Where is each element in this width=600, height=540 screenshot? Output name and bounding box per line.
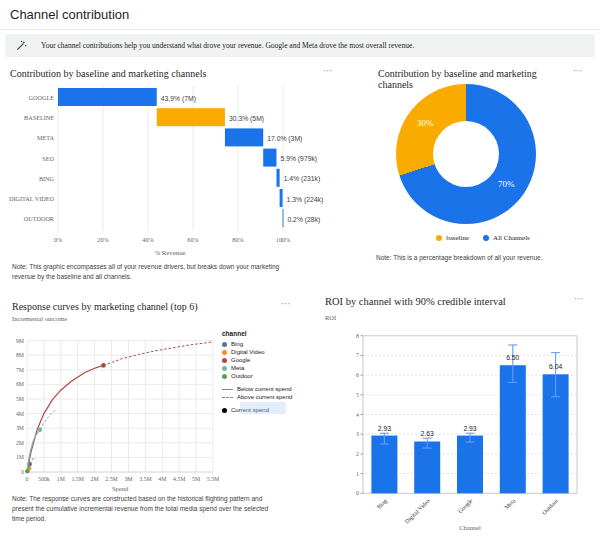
donut-hole <box>433 121 499 187</box>
waterfall-more-menu[interactable]: ⋯ <box>323 68 334 74</box>
current-spend-point-google[interactable] <box>101 363 106 368</box>
current-spend-dot-icon <box>222 408 227 413</box>
x-tick-label: 1M <box>57 476 65 482</box>
bar-value-label: 1.4% (231k) <box>284 175 321 183</box>
legend-item[interactable]: Google <box>222 356 302 364</box>
category-label: DIGITAL VIDEO <box>9 195 55 202</box>
waterfall-bar[interactable] <box>225 128 263 146</box>
x-tick-label: 2M <box>91 476 99 482</box>
solid-line-icon <box>222 389 233 390</box>
insight-text: Your channel contributions help you unde… <box>41 41 414 50</box>
y-tick-label: 4M <box>16 411 24 417</box>
x-tick-label: 1.5M <box>72 476 84 482</box>
bar-value-label: 6.04 <box>549 363 562 370</box>
category-label: GOOGLE <box>29 94 55 101</box>
bar-value-label: 43.9% (7M) <box>161 95 196 103</box>
response-curves-ylabel: Incremental outcome <box>12 315 67 322</box>
x-tick-label: 60% <box>187 236 198 243</box>
bar-value-label: 1.3% (224k) <box>287 196 324 204</box>
y-tick-label: 1 <box>356 471 359 477</box>
y-tick-label: 3 <box>356 431 359 437</box>
legend-item[interactable]: Digital Video <box>222 348 302 356</box>
y-tick-label: 4 <box>356 412 359 418</box>
waterfall-chart: 0%20%40%60%80%100%GOOGLE43.9% (7M)BASELI… <box>8 85 342 261</box>
donut-chart[interactable]: 30% 70% <box>396 84 536 224</box>
current-spend-point-meta[interactable] <box>38 427 43 432</box>
dashed-line-icon <box>222 397 233 398</box>
x-tick-label: 4.5M <box>173 476 185 482</box>
y-tick-label: 1M <box>16 454 24 460</box>
category-label: OUTDOOR <box>24 215 55 222</box>
legend-label: Above current spend <box>237 394 292 400</box>
y-tick-label: 6 <box>356 372 359 378</box>
legend-label: All Channels <box>493 234 530 242</box>
x-tick-label: 4M <box>158 476 166 482</box>
y-tick-label: 2 <box>356 451 359 457</box>
legend-label: Below current spend <box>237 386 292 392</box>
legend-item: Above current spend <box>222 393 302 401</box>
x-tick-label: 40% <box>142 236 153 243</box>
bar-value-label: 2.63 <box>421 430 434 437</box>
y-tick-label: 8 <box>356 333 359 339</box>
legend-dot-icon <box>222 350 227 355</box>
legend-dot-icon <box>436 235 442 241</box>
waterfall-bar[interactable] <box>263 149 276 167</box>
legend-dot-icon <box>222 342 227 347</box>
waterfall-bar[interactable] <box>283 209 284 227</box>
x-tick-label: 80% <box>232 236 243 243</box>
roi-bar[interactable] <box>414 441 440 493</box>
legend-item[interactable]: Meta <box>222 364 302 372</box>
roi-more-menu[interactable]: ⋯ <box>574 296 585 302</box>
category-label: BASELINE <box>24 114 54 121</box>
legend-label: baseline <box>446 234 469 242</box>
legend-label: Bing <box>231 341 243 347</box>
waterfall-bar[interactable] <box>280 189 283 207</box>
curve-meta-dashed[interactable] <box>40 409 57 430</box>
waterfall-bar[interactable] <box>157 108 225 126</box>
waterfall-bar[interactable] <box>58 88 157 106</box>
legend-item[interactable]: Bing <box>222 340 302 348</box>
x-tick-label: 100% <box>276 236 290 243</box>
y-tick-label: 5M <box>16 396 24 402</box>
bar-value-label: 6.50 <box>506 354 519 361</box>
x-axis-title: % Revenue <box>154 249 185 256</box>
x-axis-title: Channel <box>459 524 481 531</box>
roi-bar[interactable] <box>457 436 483 494</box>
x-axis-title: Spend <box>112 485 129 492</box>
x-tick-label: 3M <box>124 476 132 482</box>
y-tick-label: 8M <box>16 352 24 358</box>
legend-dot-icon <box>222 358 227 363</box>
legend-title: channel <box>222 330 302 337</box>
response-curves-title: Response curves by marketing channel (to… <box>12 301 198 312</box>
page-title: Channel contribution <box>10 7 129 22</box>
y-tick-label: 7M <box>16 367 24 373</box>
curve-google-solid[interactable] <box>27 365 103 472</box>
donut-slice-label-all-channels: 70% <box>498 179 515 189</box>
legend-item: Below current spend <box>222 385 302 393</box>
donut-legend-item[interactable]: baseline <box>436 234 469 242</box>
current-spend-point-outdoor[interactable] <box>25 469 30 474</box>
roi-bar[interactable] <box>500 365 526 493</box>
legend-dot-icon <box>483 235 489 241</box>
y-tick-label: 6M <box>16 381 24 387</box>
insights-wand-icon <box>16 40 27 51</box>
x-tick-label: 0 <box>26 476 29 482</box>
donut-card: Contribution by baseline and marketing c… <box>368 64 598 296</box>
legend-item[interactable]: Outdoor <box>222 372 302 380</box>
y-tick-label: 2M <box>16 440 24 446</box>
x-tick-label: Bing <box>376 497 388 509</box>
x-tick-label: 3.5M <box>139 476 151 482</box>
donut-legend-item[interactable]: All Channels <box>483 234 530 242</box>
category-label: BING <box>39 175 55 182</box>
donut-more-menu[interactable]: ⋯ <box>573 68 584 74</box>
response-curves-more-menu[interactable]: ⋯ <box>281 301 292 307</box>
legend-label: Meta <box>231 365 244 371</box>
waterfall-bar[interactable] <box>276 169 279 187</box>
donut-note: Note: This is a percentage breakdown of … <box>376 253 596 263</box>
y-tick-label: 9M <box>16 338 24 344</box>
insight-banner: Your channel contributions help you unde… <box>5 34 595 57</box>
legend-label: Outdoor <box>231 373 253 379</box>
x-tick-label: 5M <box>192 476 200 482</box>
bar-value-label: 17.0% (3M) <box>267 135 302 143</box>
y-tick-label: 5 <box>356 392 359 398</box>
